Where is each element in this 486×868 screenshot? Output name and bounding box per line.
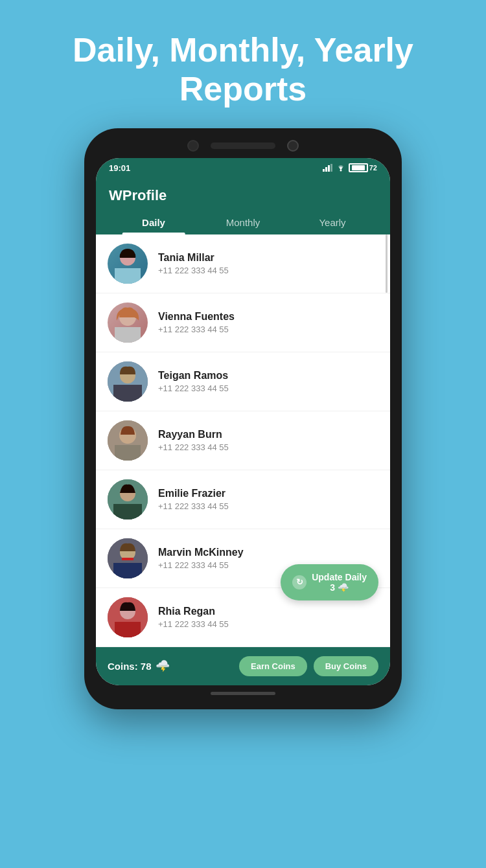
front-camera-left [187,140,199,152]
phone-mockup: 19:01 [0,128,486,709]
coins-text: Coins: 78 [108,661,152,672]
contact-phone: +11 222 333 44 55 [158,619,378,629]
contact-phone: +11 222 333 44 55 [158,442,378,452]
svg-point-4 [340,170,341,172]
contact-name: Rayyan Burn [158,429,378,440]
tab-monthly[interactable]: Monthly [198,211,288,234]
app-bar: WProfile Daily Monthly Yearly [96,178,390,234]
tab-bar: Daily Monthly Yearly [109,211,377,234]
list-item[interactable]: Vienna Fuentes +11 222 333 44 55 [96,293,390,352]
contact-list: Tania Millar +11 222 333 44 55 [96,234,390,647]
svg-rect-18 [115,445,141,461]
scrollbar-thumb [386,234,388,293]
svg-rect-31 [115,622,141,637]
scrollbar [385,234,388,647]
signal-icon [323,164,333,172]
avatar [108,538,148,578]
app-title: WProfile [109,187,377,204]
phone-body: 19:01 [84,128,402,709]
speaker [211,143,275,149]
svg-rect-2 [328,165,330,172]
avatar [108,361,148,402]
home-indicator [211,692,275,695]
battery-icon: 72 [349,163,377,172]
contact-info: Teigan Ramos +11 222 333 44 55 [158,370,378,393]
bottom-bar: Coins: 78 🌩️ Earn Coins Buy Coins [96,647,390,685]
battery-percent: 72 [369,164,377,172]
avatar [108,479,148,520]
svg-rect-1 [325,167,327,172]
avatar [108,244,148,284]
contact-name: Teigan Ramos [158,370,378,382]
contact-phone: +11 222 333 44 55 [158,325,378,334]
bottom-buttons: Earn Coins Buy Coins [239,656,378,676]
update-daily-label: Update Daily 3 🌩️ [312,572,367,593]
phone-home-bar [96,692,390,695]
contact-phone: +11 222 333 44 55 [158,266,378,275]
contact-name: Vienna Fuentes [158,311,378,323]
contact-info: Rhia Regan +11 222 333 44 55 [158,606,378,629]
list-item[interactable]: Rayyan Burn +11 222 333 44 55 [96,411,390,470]
contact-name: Emilie Frazier [158,488,378,499]
contact-info: Tania Millar +11 222 333 44 55 [158,252,378,275]
status-bar: 19:01 [96,158,390,178]
svg-rect-27 [122,558,133,560]
svg-rect-14 [113,385,142,402]
refresh-icon: ↻ [292,575,307,589]
avatar [108,420,148,461]
page-background: Daily, Monthly, YearlyReports 19:01 [0,0,486,868]
wifi-icon [336,164,346,172]
coin-icon: 🌩️ [156,659,170,673]
phone-notch [96,140,390,152]
front-camera-right [287,140,299,152]
contact-info: Emilie Frazier +11 222 333 44 55 [158,488,378,511]
svg-rect-7 [115,268,141,284]
status-icons: 72 [323,163,377,172]
contact-name: Tania Millar [158,252,378,264]
svg-rect-0 [323,169,325,172]
svg-rect-3 [330,164,332,172]
contact-name: Rhia Regan [158,606,378,617]
contact-phone: +11 222 333 44 55 [158,501,378,511]
battery-fill [352,165,365,170]
phone-screen: 19:01 [96,158,390,685]
svg-rect-22 [113,504,142,520]
contact-name: Marvin McKinney [158,547,378,558]
contact-phone: +11 222 333 44 55 [158,383,378,393]
list-item[interactable]: Tania Millar +11 222 333 44 55 [96,234,390,293]
tab-daily[interactable]: Daily [109,211,198,234]
page-title: Daily, Monthly, YearlyReports [0,0,486,128]
buy-coins-button[interactable]: Buy Coins [314,656,378,676]
svg-rect-10 [115,327,141,343]
list-item[interactable]: Teigan Ramos +11 222 333 44 55 [96,352,390,411]
update-daily-button[interactable]: ↻ Update Daily 3 🌩️ [281,564,378,600]
list-item[interactable]: Emilie Frazier +11 222 333 44 55 [96,470,390,529]
tab-yearly[interactable]: Yearly [288,211,377,234]
earn-coins-button[interactable]: Earn Coins [239,656,307,676]
avatar [108,597,148,637]
avatar [108,303,148,343]
coins-display: Coins: 78 🌩️ [108,659,170,673]
time-display: 19:01 [109,163,130,173]
contact-info: Vienna Fuentes +11 222 333 44 55 [158,311,378,334]
svg-rect-26 [113,563,142,578]
contact-info: Rayyan Burn +11 222 333 44 55 [158,429,378,452]
